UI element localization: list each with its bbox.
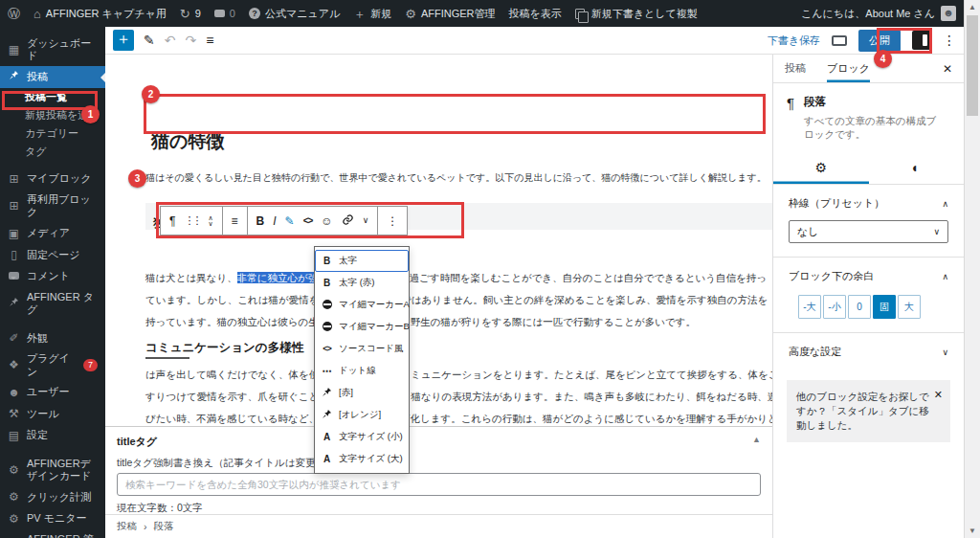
sidebar-item-users[interactable]: ☻ユーザー: [0, 382, 105, 403]
menu-item-fontsize-small[interactable]: A文字サイズ (小): [315, 426, 409, 448]
dismiss-notice-icon[interactable]: ✕: [934, 388, 943, 402]
block-name: 段落: [804, 95, 940, 109]
intro-paragraph[interactable]: 猫はその愛くるしい見た目と独特の行動で、世界中で愛されているペットです。以下の見…: [145, 171, 767, 185]
block-inserter-button[interactable]: ＋: [113, 30, 134, 51]
margin-button[interactable]: -大: [798, 295, 821, 319]
heading-communication[interactable]: コミュニケーションの多様性: [145, 340, 303, 356]
sidebar-item-click-tracking[interactable]: ⚙クリック計測: [0, 486, 105, 507]
move-down-icon[interactable]: ∨: [208, 221, 212, 227]
admin-bar-comments[interactable]: 0: [214, 8, 235, 19]
sidebar-label: メディア: [27, 227, 70, 239]
sidebar-item-settings[interactable]: ▤設定: [0, 425, 105, 446]
paragraph-line[interactable]: すりつけて愛情を示す、爪を研ぐことでマーキングなど、猫なりの表現方法があります。…: [145, 389, 777, 405]
list-view-icon[interactable]: ≡: [206, 33, 213, 48]
inline-code-icon[interactable]: <>: [303, 216, 313, 226]
sidebar-item-tools[interactable]: ⚒ツール: [0, 403, 105, 424]
admin-bar-new[interactable]: ＋新規: [353, 7, 391, 21]
admin-bar-updates[interactable]: ↻9: [180, 8, 201, 20]
emoji-icon[interactable]: ☺: [321, 215, 332, 227]
undo-icon[interactable]: ↶: [165, 33, 176, 48]
menu-item-fontsize-large[interactable]: A文字サイズ (大): [315, 448, 409, 470]
tab-post[interactable]: 投稿: [785, 55, 806, 82]
sidebar-item-media[interactable]: ▣メディア: [0, 223, 105, 244]
sidebar-item-pv-monitor[interactable]: ⚙PV モニター: [0, 508, 105, 529]
sidebar-subitem-tags[interactable]: タグ: [0, 143, 105, 161]
metabox-collapse-icon[interactable]: ▲: [752, 435, 761, 444]
sidebar-item-my-blocks[interactable]: ⊞マイブロック: [0, 168, 105, 190]
tab-styles-icon[interactable]: ◐: [869, 150, 965, 184]
paragraph-line[interactable]: びたい時、不満を感じている時など、状況に応じて声を変化します。これらの行動は、猫…: [145, 411, 778, 427]
menu-item-orange[interactable]: [オレンジ]: [315, 404, 409, 426]
edit-mode-icon[interactable]: ✎: [144, 33, 155, 48]
preview-icon[interactable]: [832, 35, 847, 46]
scroll-down-icon[interactable]: ▼: [965, 527, 980, 535]
drag-handle-icon[interactable]: ⋮⋮: [184, 215, 199, 226]
block-margin-panel[interactable]: ブロック下の余白 ∧: [773, 258, 964, 291]
move-block-icons[interactable]: ∧∨: [208, 215, 212, 227]
sidebar-item-plugins[interactable]: ❖プラグイン7: [0, 348, 105, 381]
margin-button[interactable]: -小: [823, 295, 846, 319]
title-tag-input[interactable]: [117, 473, 761, 496]
breadcrumb-current[interactable]: 段落: [154, 520, 174, 533]
margin-button-selected[interactable]: 固: [873, 295, 896, 319]
menu-item-sourcecode[interactable]: <>ソースコード風: [315, 338, 409, 360]
paragraph-line[interactable]: ています。しかし、これは猫が愛情を持たないという訳ではありません。飼い主との絆を…: [145, 292, 768, 308]
menu-item-bold[interactable]: B太字: [315, 250, 409, 272]
italic-icon[interactable]: I: [273, 215, 276, 227]
sidebar-subitem-categories[interactable]: カテゴリー: [0, 124, 105, 143]
sidebar-subitem-all-posts[interactable]: 投稿一覧: [0, 88, 105, 106]
admin-bar-duplicate[interactable]: 新規下書きとして複製: [575, 7, 698, 21]
highlighter-icon[interactable]: ✎: [285, 215, 295, 227]
border-preset-panel[interactable]: 枠線（プリセット） ∧: [773, 185, 964, 218]
options-menu-icon[interactable]: ⋮: [943, 33, 956, 48]
subitem-label: カテゴリー: [25, 127, 78, 139]
bold-icon[interactable]: B: [256, 215, 265, 227]
menu-item-marker-b[interactable]: マイ細マーカーB: [315, 316, 409, 338]
border-preset-select[interactable]: なし ∨: [789, 220, 948, 243]
paragraph-line[interactable]: 猫は犬とは異なり、非常に独立心が強い動物です。一人で過ごす時間を楽しむことができ…: [145, 270, 767, 286]
admin-bar-affinger[interactable]: ⚙AFFINGER管理: [405, 7, 495, 21]
scroll-up-icon[interactable]: ▲: [965, 3, 980, 11]
post-title-input[interactable]: 猫の特徴: [151, 129, 224, 154]
settings-panel-toggle[interactable]: [912, 31, 931, 50]
tab-block[interactable]: ブロック: [827, 55, 870, 82]
redo-icon[interactable]: ↷: [185, 33, 196, 48]
sidebar-item-affinger-design[interactable]: ⚙AFFINGERデザインカード: [0, 454, 105, 486]
admin-bar-view-post[interactable]: 投稿を表示: [509, 7, 562, 21]
more-formats-chevron-icon[interactable]: ∨: [363, 216, 369, 225]
publish-button[interactable]: 公開: [858, 30, 901, 52]
paragraph-line[interactable]: 持っています。猫の独立心は彼らの生まれつきの性質で、野生の猫が狩りをする際には一…: [145, 314, 696, 330]
sidebar-item-posts[interactable]: 投稿: [0, 66, 105, 87]
scrollbar-thumb[interactable]: [967, 15, 978, 116]
paragraph-line[interactable]: は声を出して鳴くだけでなく、体を使った多様な方法でコミュニケーションをとります。…: [145, 367, 779, 383]
save-draft-button[interactable]: 下書き保存: [768, 34, 820, 48]
advanced-settings-panel[interactable]: 高度な設定 ∨: [773, 333, 964, 367]
link-icon[interactable]: [342, 213, 354, 228]
sidebar-item-dashboard[interactable]: ▦ダッシュボード: [0, 34, 105, 66]
site-name: AFFINGER キャプチャ用: [46, 7, 167, 21]
align-icon[interactable]: ≡: [232, 215, 238, 227]
editor-canvas[interactable]: 猫の特徴 猫はその愛くるしい見た目と独特の行動で、世界中で愛されているペットです…: [105, 55, 772, 426]
admin-bar-site[interactable]: ⌂AFFINGER キャプチャ用: [33, 7, 167, 21]
menu-item-marker-a[interactable]: マイ細マーカーA: [315, 294, 409, 316]
margin-button[interactable]: 0: [848, 295, 871, 319]
breadcrumb-root[interactable]: 投稿: [117, 520, 137, 533]
sidebar-item-comments[interactable]: コメント: [0, 265, 105, 286]
close-sidebar-icon[interactable]: ✕: [943, 62, 952, 76]
wordpress-logo-icon[interactable]: Ⓦ: [8, 8, 20, 20]
window-scrollbar[interactable]: ▲ ▼: [964, 0, 980, 538]
admin-bar-account[interactable]: こんにちは、About Me さん☻: [801, 6, 956, 21]
block-options-icon[interactable]: ⋮: [387, 215, 398, 227]
menu-item-dotted-line[interactable]: ⋯ドット線: [315, 360, 409, 382]
margin-button[interactable]: 大: [898, 295, 921, 319]
sidebar-item-appearance[interactable]: ✐外観: [0, 327, 105, 348]
sidebar-item-reusable-blocks[interactable]: ⊞再利用ブロック: [0, 190, 105, 222]
paragraph-block-icon[interactable]: ¶: [169, 215, 175, 227]
sidebar-item-pages[interactable]: ▯固定ページ: [0, 244, 105, 265]
sidebar-item-affinger-tags[interactable]: AFFINGER タグ: [0, 287, 105, 320]
sidebar-item-affinger-manage[interactable]: ⚙AFFINGER 管理: [0, 529, 105, 538]
tab-settings-gear-icon[interactable]: ⚙: [773, 150, 869, 184]
menu-item-red[interactable]: [赤]: [315, 382, 409, 404]
admin-bar-manual[interactable]: ?公式マニュアル: [249, 7, 340, 21]
menu-item-bold-red[interactable]: B太字 (赤): [315, 272, 409, 294]
